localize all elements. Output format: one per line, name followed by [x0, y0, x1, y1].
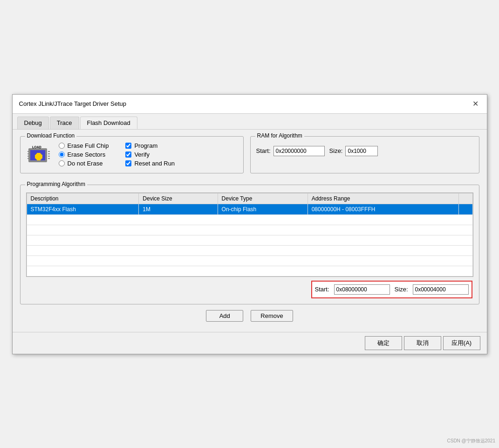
svg-text:LOAD: LOAD	[32, 145, 41, 149]
ok-button[interactable]: 确定	[365, 336, 402, 350]
cell-device-size: 1M	[139, 204, 218, 214]
col-device-type: Device Type	[218, 193, 308, 204]
radio-label-erase-sectors: Erase Sectors	[68, 151, 106, 158]
svg-rect-8	[27, 156, 29, 157]
svg-rect-10	[48, 151, 50, 152]
ram-inner: Start: Size:	[256, 146, 473, 156]
ram-size-input[interactable]	[345, 146, 378, 156]
empty-row-6	[27, 266, 472, 276]
ram-group-label: RAM for Algorithm	[255, 132, 304, 139]
col-address-range: Address Range	[308, 193, 458, 204]
remove-button[interactable]: Remove	[251, 310, 293, 322]
svg-rect-13	[48, 158, 50, 159]
radio-erase-full-chip[interactable]: Erase Full Chip	[59, 142, 109, 149]
checkbox-input-verify[interactable]	[125, 152, 131, 158]
apply-button[interactable]: 应用(A)	[443, 336, 480, 350]
radio-label-do-not-erase: Do not Erase	[68, 160, 103, 167]
programming-algorithm-box: Programming Algorithm Description Device…	[20, 185, 479, 304]
tab-debug[interactable]: Debug	[17, 117, 49, 129]
checkbox-input-program[interactable]	[125, 143, 131, 149]
checkbox-verify[interactable]: Verify	[125, 151, 175, 158]
cell-description: STM32F4xx Flash	[27, 204, 139, 214]
radio-label-erase-full: Erase Full Chip	[68, 142, 109, 149]
radio-input-erase-full[interactable]	[59, 143, 65, 149]
load-icon: LOAD	[26, 142, 51, 167]
start-size-highlighted: Start: Size:	[311, 281, 472, 298]
checkbox-label-reset-run: Reset and Run	[134, 160, 175, 167]
col-extra	[458, 193, 472, 204]
download-function-box: Download Function	[20, 136, 244, 173]
close-button[interactable]: ✕	[471, 99, 480, 109]
table-row[interactable]: STM32F4xx Flash 1M On-chip Flash 0800000…	[27, 204, 472, 214]
empty-row-5	[27, 255, 472, 266]
empty-row-1	[27, 214, 472, 225]
tab-trace[interactable]: Trace	[50, 117, 79, 129]
size-label: Size:	[395, 286, 408, 293]
col-description: Description	[27, 193, 139, 204]
load-icon-svg: LOAD	[27, 144, 50, 166]
prog-algo-label: Programming Algorithm	[25, 181, 87, 187]
cell-extra	[458, 204, 472, 214]
tabs-bar: Debug Trace Flash Download	[13, 114, 487, 130]
svg-rect-11	[48, 153, 50, 154]
checkbox-input-reset-run[interactable]	[125, 160, 131, 166]
algorithm-table: Description Device Size Device Type Addr…	[27, 193, 473, 276]
window-title: Cortex JLink/JTrace Target Driver Setup	[19, 100, 126, 107]
add-button[interactable]: Add	[206, 310, 243, 322]
col-device-size: Device Size	[139, 193, 218, 204]
algo-size-input[interactable]	[413, 284, 469, 295]
svg-rect-9	[27, 158, 29, 159]
radio-input-do-not-erase[interactable]	[59, 160, 65, 166]
footer-buttons: Add Remove	[20, 310, 479, 322]
cell-address-range: 08000000H - 08003FFFH	[308, 204, 458, 214]
checkbox-label-verify: Verify	[134, 151, 150, 158]
cancel-button[interactable]: 取消	[404, 336, 441, 350]
title-bar: Cortex JLink/JTrace Target Driver Setup …	[13, 95, 487, 114]
checkbox-program[interactable]: Program	[125, 142, 175, 149]
start-label: Start:	[315, 286, 329, 293]
bottom-buttons: 确定 取消 应用(A)	[13, 332, 487, 354]
algorithm-table-wrapper: Description Device Size Device Type Addr…	[26, 193, 473, 277]
svg-rect-6	[27, 151, 29, 152]
main-content: Download Function	[13, 130, 487, 332]
empty-row-2	[27, 225, 472, 235]
ram-size-label: Size:	[329, 147, 343, 154]
empty-row-3	[27, 235, 472, 245]
tab-flash-download[interactable]: Flash Download	[80, 117, 137, 129]
svg-rect-12	[48, 156, 50, 157]
header-row: Description Device Size Device Type Addr…	[27, 193, 472, 204]
table-body: STM32F4xx Flash 1M On-chip Flash 0800000…	[27, 204, 472, 276]
cell-device-type: On-chip Flash	[218, 204, 308, 214]
ram-start-label: Start:	[256, 147, 271, 154]
ram-start-input[interactable]	[273, 146, 325, 156]
download-function-label: Download Function	[25, 132, 77, 139]
radio-input-erase-sectors[interactable]	[59, 152, 65, 158]
checkbox-label-program: Program	[134, 142, 157, 149]
watermark: CSDN @宁静致远2021	[447, 438, 495, 444]
radio-erase-sectors[interactable]: Erase Sectors	[59, 151, 109, 158]
svg-rect-7	[27, 153, 29, 154]
checkbox-reset-run[interactable]: Reset and Run	[125, 160, 175, 167]
svg-rect-4	[37, 153, 41, 160]
radio-group: Erase Full Chip Erase Sectors Do not Era…	[59, 142, 109, 167]
ram-size-field: Size:	[329, 146, 378, 156]
download-function-inner: LOAD	[26, 142, 238, 167]
checkbox-group: Program Verify Reset and Run	[125, 142, 175, 167]
ram-start-field: Start:	[256, 146, 325, 156]
table-header: Description Device Size Device Type Addr…	[27, 193, 472, 204]
main-window: Cortex JLink/JTrace Target Driver Setup …	[12, 94, 487, 354]
top-sections: Download Function	[20, 136, 479, 179]
algo-start-input[interactable]	[334, 284, 390, 295]
radio-do-not-erase[interactable]: Do not Erase	[59, 160, 109, 167]
ram-for-algorithm-box: RAM for Algorithm Start: Size:	[250, 136, 479, 173]
empty-row-4	[27, 245, 472, 255]
